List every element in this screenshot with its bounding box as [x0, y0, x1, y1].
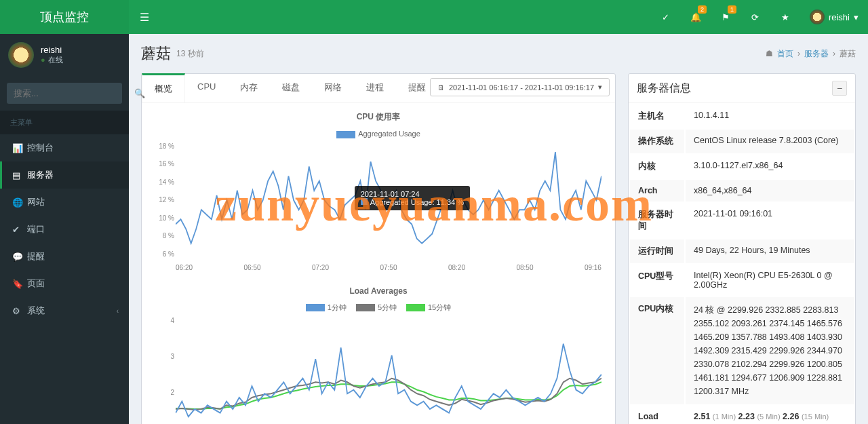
- chart-load[interactable]: 4321 06:2006:5007:2007:5008:2008:5009:16: [142, 317, 615, 424]
- tasks-icon[interactable]: ✓: [651, 0, 681, 34]
- avatar-icon: [810, 9, 825, 24]
- chart-load-legend: 1分钟 5分钟 15分钟: [142, 298, 615, 317]
- user-status: 在线: [41, 55, 63, 65]
- comment-icon: 💬: [12, 252, 27, 262]
- tab-process[interactable]: 进程: [354, 74, 396, 102]
- sidebar-item-alerts[interactable]: 💬提醒: [0, 243, 129, 270]
- sidebar-item-ports[interactable]: ✔端口: [0, 216, 129, 243]
- gears-icon: ⚙: [12, 306, 27, 316]
- breadcrumb-current: 蘑菇: [840, 48, 856, 60]
- server-info-title: 服务器信息: [637, 81, 691, 96]
- sidebar-search: 🔍: [7, 83, 122, 104]
- sidebar-item-system[interactable]: ⚙系统‹: [0, 297, 129, 324]
- chevron-left-icon: ‹: [117, 307, 119, 315]
- tab-memory[interactable]: 内存: [228, 74, 270, 102]
- hamburger-icon[interactable]: ☰: [129, 11, 159, 24]
- content-area: 蘑菇 13 秒前 ☗ 首页› 服务器› 蘑菇 概览 CPU 内存 磁盘 网络 进…: [129, 34, 868, 424]
- globe-icon: 🌐: [12, 197, 27, 208]
- caret-down-icon: ▾: [854, 12, 859, 22]
- server-info-box: 服务器信息 − 主机名10.1.4.11 操作系统CentOS Linux re…: [628, 73, 856, 424]
- chart-tooltip: 2021-11-01 07:24 Aggregated Usage: 11.34…: [355, 186, 470, 210]
- caret-down-icon: ▾: [598, 83, 602, 92]
- chart-load-title: Load Averages: [142, 278, 615, 298]
- sidebar: reishi 在线 🔍 主菜单 📊控制台 ▤服务器 🌐网站 ✔端口 💬提醒 🔖页…: [0, 34, 129, 424]
- table-row: 内核3.10.0-1127.el7.x86_64: [630, 155, 854, 178]
- check-icon: ✔: [12, 225, 27, 235]
- refresh-icon[interactable]: ⟳: [741, 0, 770, 34]
- home-icon: ☗: [766, 49, 773, 58]
- tab-overview[interactable]: 概览: [142, 73, 185, 102]
- charts-panel: 概览 CPU 内存 磁盘 网络 进程 提醒 故障 🗓 2021-11-01 06…: [141, 73, 616, 424]
- notifications-icon[interactable]: 🔔2: [681, 0, 711, 34]
- sidebar-item-pages[interactable]: 🔖页面: [0, 270, 129, 297]
- server-info-table: 主机名10.1.4.11 操作系统CentOS Linux release 7.…: [629, 103, 855, 424]
- dashboard-icon: 📊: [12, 143, 27, 153]
- avatar-icon: [8, 42, 34, 68]
- table-row: Archx86_64,x86_64: [630, 180, 854, 201]
- table-row: 主机名10.1.4.11: [630, 104, 854, 128]
- user-panel: reishi 在线: [0, 34, 129, 76]
- legend-swatch: [336, 131, 355, 138]
- table-row: 服务器时间2021-11-01 09:16:01: [630, 203, 854, 238]
- legend-swatch: [356, 304, 375, 311]
- flag-badge: 1: [728, 5, 736, 14]
- sidebar-username: reishi: [41, 45, 63, 55]
- sidebar-item-dashboard[interactable]: 📊控制台: [0, 134, 129, 161]
- table-row: 运行时间49 Days, 22 Hours, 19 Minutes: [630, 239, 854, 263]
- tab-network[interactable]: 网络: [312, 74, 354, 102]
- user-menu[interactable]: reishi ▾: [800, 9, 868, 24]
- flags-icon[interactable]: ⚑1: [711, 0, 741, 34]
- header-username: reishi: [829, 12, 850, 22]
- table-row: CPU内核24 核 @ 2299.926 2332.885 2283.813 2…: [630, 297, 854, 404]
- daterange-picker[interactable]: 🗓 2021-11-01 06:16:17 - 2021-11-01 09:16…: [430, 78, 610, 96]
- servers-icon: ▤: [12, 170, 27, 180]
- legend-swatch: [406, 304, 425, 311]
- bookmark-icon: 🔖: [12, 279, 27, 289]
- breadcrumb: ☗ 首页› 服务器› 蘑菇: [766, 48, 856, 60]
- breadcrumb-home[interactable]: 首页: [777, 48, 793, 60]
- menu-header: 主菜单: [0, 111, 129, 134]
- sidebar-item-websites[interactable]: 🌐网站: [0, 189, 129, 216]
- chart-cpu[interactable]: 18 %16 %14 %12 %10 %8 %6 % 2021-11-01 07…: [142, 142, 615, 278]
- tab-disk[interactable]: 磁盘: [270, 74, 312, 102]
- notif-badge: 2: [698, 5, 707, 14]
- tab-cpu[interactable]: CPU: [185, 74, 228, 102]
- chart-cpu-title: CPU 使用率: [142, 103, 615, 126]
- legend-swatch: [306, 304, 325, 311]
- search-input[interactable]: [7, 83, 134, 104]
- calendar-icon: 🗓: [437, 83, 445, 92]
- table-row: CPU型号Intel(R) Xeon(R) CPU E5-2630L 0 @ 2…: [630, 265, 854, 296]
- breadcrumb-servers[interactable]: 服务器: [804, 48, 829, 60]
- app-logo[interactable]: 顶点监控: [0, 0, 129, 34]
- page-subtitle: 13 秒前: [176, 48, 204, 60]
- star-icon[interactable]: ★: [770, 0, 800, 34]
- top-header: 顶点监控 ☰ ✓ 🔔2 ⚑1 ⟳ ★ reishi ▾: [0, 0, 868, 34]
- collapse-button[interactable]: −: [832, 81, 847, 96]
- table-row: Load2.51 (1 Min) 2.23 (5 Min) 2.26 (15 M…: [630, 406, 854, 424]
- page-title: 蘑菇: [141, 43, 171, 64]
- sidebar-item-servers[interactable]: ▤服务器: [0, 161, 129, 189]
- tab-bar: 概览 CPU 内存 磁盘 网络 进程 提醒 故障 🗓 2021-11-01 06…: [142, 74, 615, 103]
- content-header: 蘑菇 13 秒前 ☗ 首页› 服务器› 蘑菇: [129, 34, 868, 73]
- table-row: 操作系统CentOS Linux release 7.8.2003 (Core): [630, 130, 854, 153]
- chart-cpu-legend: Aggregated Usage: [142, 126, 615, 142]
